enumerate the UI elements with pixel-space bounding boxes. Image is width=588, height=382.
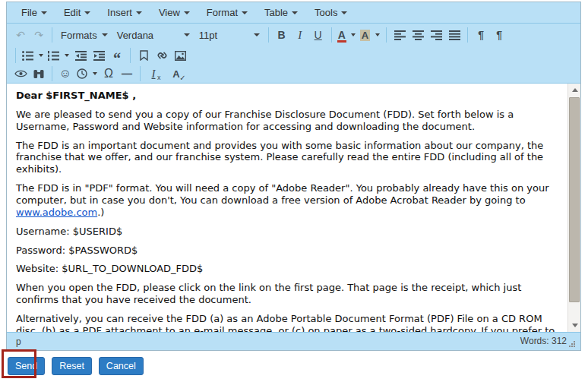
toolbar-separator	[52, 27, 52, 43]
editor-statusbar: p Words: 312	[7, 332, 580, 350]
formats-dropdown[interactable]: Formats	[56, 26, 112, 44]
menu-file-label: File	[21, 7, 37, 18]
italic-button[interactable]: I	[291, 27, 309, 43]
font-family-dropdown[interactable]: Verdana	[112, 26, 194, 44]
numbered-list-button[interactable]	[46, 47, 71, 64]
bold-button[interactable]: B	[273, 27, 291, 43]
chevron-down-icon	[351, 33, 356, 36]
menu-edit-label: Edit	[64, 7, 81, 18]
indent-button[interactable]	[90, 47, 108, 64]
outdent-button[interactable]	[71, 47, 90, 64]
word-count: Words: 312	[520, 333, 567, 349]
send-button[interactable]: Send	[8, 357, 45, 375]
menu-insert-label: Insert	[107, 7, 132, 18]
paragraph: When you open the FDD, please click on t…	[16, 282, 560, 306]
clear-formatting-icon: Ix	[152, 68, 156, 81]
horizontal-rule-button[interactable]: —	[118, 65, 136, 82]
bullet-list-button[interactable]	[20, 47, 46, 64]
scrollbar-up-arrow[interactable]	[568, 84, 580, 96]
clock-icon	[77, 68, 87, 79]
font-size-value: 11pt	[199, 30, 217, 41]
align-justify-icon	[449, 30, 460, 40]
menu-table[interactable]: Table	[256, 2, 306, 23]
toolbar-separator	[386, 27, 387, 43]
reset-button[interactable]: Reset	[52, 357, 92, 375]
redo-button[interactable]: ↷	[30, 27, 48, 43]
special-char-button[interactable]: Ω	[100, 65, 118, 82]
chevron-down-icon	[102, 33, 108, 36]
triangle-down-icon	[572, 324, 578, 327]
insert-image-button[interactable]	[171, 47, 189, 64]
cancel-button[interactable]: Cancel	[99, 357, 144, 375]
chevron-down-icon	[184, 11, 190, 14]
adobe-link[interactable]: www.adobe.com	[16, 207, 97, 218]
element-path[interactable]: p	[16, 336, 21, 347]
formats-label: Formats	[61, 30, 97, 41]
outdent-icon	[75, 51, 87, 61]
rtl-button[interactable]: ¶	[490, 27, 508, 43]
paragraph-greeting: Dear $FIRST_NAME$ ,	[16, 90, 560, 102]
toolbar-separator	[331, 27, 332, 43]
smiley-icon: ☺	[59, 67, 71, 81]
align-left-button[interactable]	[390, 27, 409, 43]
toolbar-separator	[15, 48, 16, 63]
toolbar-separator	[140, 66, 141, 81]
chevron-down-icon	[84, 11, 90, 14]
background-color-icon: A	[360, 30, 370, 41]
scrollbar-thumb[interactable]	[569, 97, 580, 302]
menu-file[interactable]: File	[13, 2, 55, 23]
editor-menubar: File Edit Insert View Format Table Tools	[7, 2, 580, 24]
toolbar-separator	[52, 66, 52, 81]
undo-button[interactable]: ↶	[11, 27, 30, 43]
find-replace-button[interactable]	[30, 65, 48, 82]
text-color-icon: A	[338, 30, 346, 40]
anchor-button[interactable]	[134, 47, 153, 64]
chevron-down-icon	[242, 11, 248, 14]
menu-tools[interactable]: Tools	[306, 2, 356, 23]
paragraph: The FDD is an important document and pro…	[16, 140, 560, 176]
insert-datetime-button[interactable]	[74, 65, 100, 82]
resize-grip-icon[interactable]	[568, 340, 576, 348]
paragraph-text: The FDD is in "PDF" format. You will nee…	[16, 182, 549, 206]
vertical-scrollbar[interactable]	[567, 84, 580, 332]
triangle-up-icon	[572, 88, 578, 92]
align-center-button[interactable]	[409, 27, 427, 43]
menu-edit[interactable]: Edit	[55, 2, 99, 23]
paragraph: Alternatively, you can receive the FDD (…	[16, 313, 560, 332]
spellcheck-button[interactable]: A✓	[167, 65, 185, 82]
emoticons-button[interactable]: ☺	[56, 65, 74, 82]
background-color-button[interactable]: A	[358, 27, 382, 43]
eye-icon	[14, 69, 27, 78]
paragraph: The FDD is in "PDF" format. You will nee…	[16, 182, 560, 219]
toolbar-separator	[130, 48, 131, 63]
align-center-icon	[413, 30, 424, 40]
image-icon	[175, 51, 186, 61]
menu-view[interactable]: View	[150, 2, 198, 23]
menu-format-label: Format	[207, 7, 238, 18]
align-right-button[interactable]	[427, 27, 445, 43]
preview-button[interactable]	[11, 65, 30, 82]
paragraph: We are pleased to send you a copy of our…	[16, 109, 560, 133]
statusbar-right: Words: 312	[520, 333, 576, 350]
ltr-button[interactable]: ¶	[472, 27, 490, 43]
spellcheck-icon: A✓	[172, 68, 179, 80]
underline-button[interactable]: U	[309, 27, 327, 43]
underline-icon: U	[315, 29, 322, 41]
clear-formatting-button[interactable]: Ix	[144, 65, 163, 82]
horizontal-rule-icon: —	[122, 68, 132, 80]
insert-link-button[interactable]	[153, 47, 171, 64]
font-size-dropdown[interactable]: 11pt	[194, 26, 264, 44]
text-color-button[interactable]: A	[336, 27, 358, 43]
menu-format[interactable]: Format	[198, 2, 256, 23]
chevron-down-icon	[341, 11, 347, 14]
scrollbar-down-arrow[interactable]	[568, 319, 580, 332]
omega-icon: Ω	[104, 67, 113, 81]
blockquote-button[interactable]: “	[108, 47, 126, 64]
editor-content-area[interactable]: Dear $FIRST_NAME$ , We are pleased to se…	[7, 84, 567, 332]
rich-text-editor: File Edit Insert View Format Table Tools…	[6, 2, 581, 351]
rtl-icon: ¶	[496, 29, 502, 41]
chevron-down-icon	[292, 11, 298, 14]
bullet-list-icon	[22, 51, 33, 61]
menu-insert[interactable]: Insert	[99, 2, 150, 23]
align-justify-button[interactable]	[445, 27, 463, 43]
